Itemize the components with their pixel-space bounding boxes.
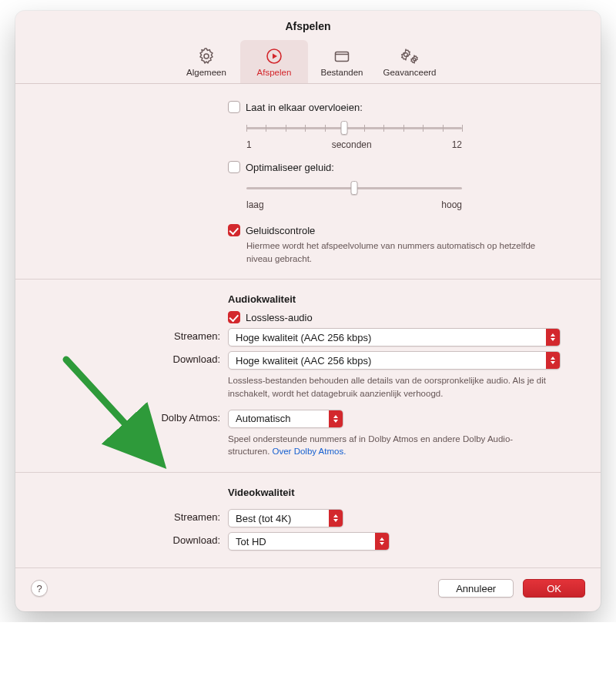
audio-download-select[interactable]: Hoge kwaliteit (AAC 256 kbps) xyxy=(228,351,561,370)
preferences-window: Afspelen Algemeen Afspelen xyxy=(15,11,601,611)
chevron-updown-icon xyxy=(329,510,343,527)
play-circle-icon xyxy=(240,45,308,68)
audio-heading: Audiokwaliteit xyxy=(228,293,573,305)
audio-stream-select[interactable]: Hoge kwaliteit (AAC 256 kbps) xyxy=(228,328,561,346)
soundcheck-help: Hiermee wordt het afspeelvolume van numm… xyxy=(246,239,554,265)
enhancer-label: Optimaliseer geluid: xyxy=(246,162,334,173)
chevron-updown-icon xyxy=(329,410,343,427)
tab-advanced[interactable]: Geavanceerd xyxy=(376,40,444,83)
soundcheck-checkbox[interactable] xyxy=(228,224,240,236)
select-value: Hoge kwaliteit (AAC 256 kbps) xyxy=(236,332,371,343)
enhancer-slider[interactable]: laag hoog xyxy=(246,181,462,210)
slider-max: 12 xyxy=(452,139,462,150)
select-value: Hoge kwaliteit (AAC 256 kbps) xyxy=(236,355,371,367)
lossless-help: Lossless-bestanden behouden alle details… xyxy=(228,374,561,400)
slider-low: laag xyxy=(246,199,264,210)
video-download-label: Download: xyxy=(43,532,228,546)
slider-min: 1 xyxy=(246,139,252,150)
crossfade-label: Laat in elkaar overvloeien: xyxy=(246,102,363,113)
chevron-updown-icon xyxy=(375,533,389,550)
chevron-updown-icon xyxy=(546,352,560,369)
select-value: Automatisch xyxy=(236,413,291,424)
tab-playback[interactable]: Afspelen xyxy=(240,40,308,83)
gears-icon xyxy=(376,45,444,68)
tab-general[interactable]: Algemeen xyxy=(172,40,240,83)
crossfade-slider[interactable]: 1 seconden 12 xyxy=(246,121,462,150)
video-heading: Videokwaliteit xyxy=(228,487,573,498)
window-title: Afspelen xyxy=(15,11,601,32)
video-stream-label: Streamen: xyxy=(43,509,228,523)
tab-label: Geavanceerd xyxy=(376,68,444,77)
help-button[interactable]: ? xyxy=(31,580,48,597)
slider-unit: seconden xyxy=(332,139,372,150)
lossless-label: Lossless-audio xyxy=(246,312,313,323)
slider-high: hoog xyxy=(441,199,462,210)
stream-label: Streamen: xyxy=(43,328,228,342)
video-download-select[interactable]: Tot HD xyxy=(228,532,390,551)
download-label: Download: xyxy=(43,351,228,365)
folder-icon xyxy=(308,45,376,68)
select-value: Best (tot 4K) xyxy=(236,513,291,524)
atmos-link[interactable]: Over Dolby Atmos. xyxy=(273,447,346,456)
separator xyxy=(15,279,601,280)
video-stream-select[interactable]: Best (tot 4K) xyxy=(228,509,343,527)
enhancer-checkbox[interactable] xyxy=(228,161,240,173)
ok-button[interactable]: OK xyxy=(523,579,585,598)
footer: ? Annuleer OK xyxy=(15,567,601,611)
tab-label: Algemeen xyxy=(172,68,240,77)
cancel-button[interactable]: Annuleer xyxy=(438,579,514,598)
tab-label: Bestanden xyxy=(308,68,376,77)
gear-icon xyxy=(172,45,240,68)
toolbar: Algemeen Afspelen Bestanden xyxy=(15,32,601,84)
soundcheck-label: Geluidscontrole xyxy=(246,225,315,236)
atmos-select[interactable]: Automatisch xyxy=(228,410,343,428)
content: Laat in elkaar overvloeien: xyxy=(15,84,601,551)
tab-label: Afspelen xyxy=(240,68,308,77)
crossfade-checkbox[interactable] xyxy=(228,101,240,113)
atmos-help: Speel ondersteunde nummers af in Dolby A… xyxy=(228,433,521,458)
tab-files[interactable]: Bestanden xyxy=(308,40,376,83)
lossless-checkbox[interactable] xyxy=(228,311,240,323)
svg-rect-2 xyxy=(336,52,349,62)
svg-point-0 xyxy=(204,54,209,59)
separator xyxy=(15,472,601,473)
chevron-updown-icon xyxy=(546,329,560,346)
select-value: Tot HD xyxy=(236,536,266,547)
atmos-label: Dolby Atmos: xyxy=(43,410,228,424)
